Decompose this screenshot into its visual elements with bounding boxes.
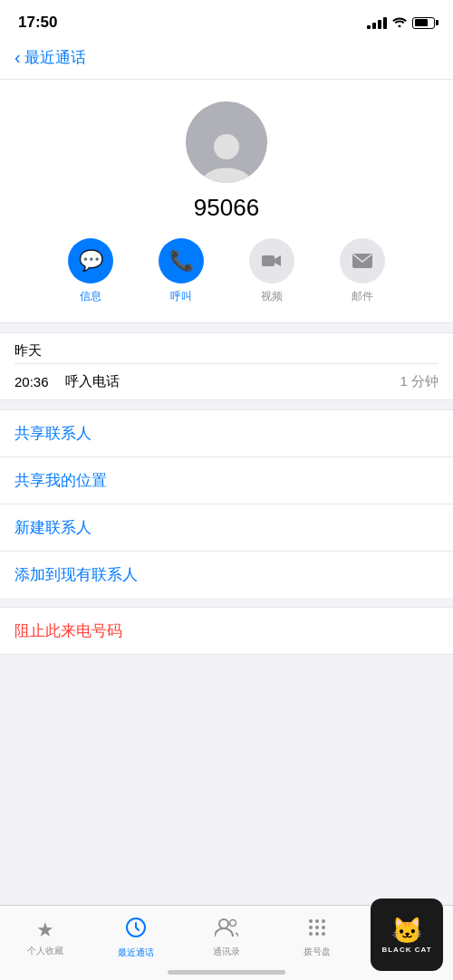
call-log-section: 昨天 20:36 呼入电话 1 分钟 [0,332,453,400]
message-button[interactable]: 💬 信息 [59,238,122,304]
signal-icon [367,17,387,29]
block-number-button[interactable]: 阻止此来电号码 [0,608,453,654]
call-log-entry: 20:36 呼入电话 1 分钟 [14,363,439,399]
tab-contacts-label: 通讯录 [213,946,240,958]
svg-point-0 [214,134,239,159]
call-log-duration: 1 分钟 [400,373,439,390]
avatar [186,101,267,183]
new-contact-item[interactable]: 新建联系人 [0,504,453,552]
svg-point-14 [322,932,325,936]
tab-favorites-label: 个人收藏 [27,945,63,957]
back-label: 最近通话 [24,47,86,68]
mail-icon [340,238,385,283]
svg-point-13 [315,932,319,936]
contacts-icon [215,918,238,943]
tab-recents[interactable]: 最近通话 [91,906,181,962]
battery-icon [412,17,435,29]
message-icon: 💬 [68,238,113,283]
mail-button[interactable]: 邮件 [331,238,394,304]
cat-icon: 🐱 [391,916,423,946]
nav-bar: ‹ 最近通话 [0,40,453,80]
svg-point-8 [322,919,325,923]
watermark: 🐱 BLACK CAT [361,889,453,980]
svg-point-4 [219,919,228,928]
svg-point-10 [315,926,319,929]
call-log-time: 20:36 [14,374,60,389]
wifi-icon [392,15,407,30]
clock-icon [125,917,147,944]
tab-keypad[interactable]: 拨号盘 [272,906,362,962]
contact-name: 95066 [194,194,259,222]
status-bar: 17:50 [0,0,453,40]
svg-point-9 [309,926,313,929]
block-section: 阻止此来电号码 [0,607,453,655]
call-icon: 📞 [159,238,204,283]
tab-keypad-label: 拨号盘 [304,946,331,958]
svg-rect-1 [262,255,275,266]
svg-point-11 [322,926,325,929]
mail-label: 邮件 [352,289,373,304]
call-label: 呼叫 [170,289,192,304]
back-button[interactable]: ‹ 最近通话 [14,47,86,68]
action-buttons: 💬 信息 📞 呼叫 视频 邮件 [18,238,435,304]
tab-recents-label: 最近通话 [118,946,154,959]
call-button[interactable]: 📞 呼叫 [149,238,213,304]
tab-favorites[interactable]: ★ 个人收藏 [0,906,91,962]
share-location-item[interactable]: 共享我的位置 [0,457,453,504]
menu-section: 共享联系人 共享我的位置 新建联系人 添加到现有联系人 [0,409,453,598]
status-time: 17:50 [18,14,57,32]
chevron-left-icon: ‹ [14,48,21,66]
video-button[interactable]: 视频 [240,238,304,304]
status-icons [367,15,435,30]
video-icon [249,238,294,283]
add-existing-item[interactable]: 添加到现有联系人 [0,552,453,598]
contact-section: 95066 💬 信息 📞 呼叫 视频 [0,80,453,323]
tab-contacts[interactable]: 通讯录 [181,906,272,962]
svg-point-5 [230,919,236,926]
home-indicator [168,970,285,975]
avatar-silhouette [202,129,251,183]
share-contact-item[interactable]: 共享联系人 [0,410,453,457]
watermark-text: BLACK CAT [381,946,431,954]
keypad-icon [307,918,327,943]
watermark-bg: 🐱 BLACK CAT [371,898,443,971]
call-log-date: 昨天 [14,333,439,363]
svg-point-12 [309,932,313,936]
message-label: 信息 [80,289,101,304]
star-icon: ★ [36,918,54,942]
call-log-type: 呼入电话 [60,373,400,390]
svg-point-6 [309,919,313,923]
svg-point-7 [315,919,319,923]
video-label: 视频 [261,289,283,304]
